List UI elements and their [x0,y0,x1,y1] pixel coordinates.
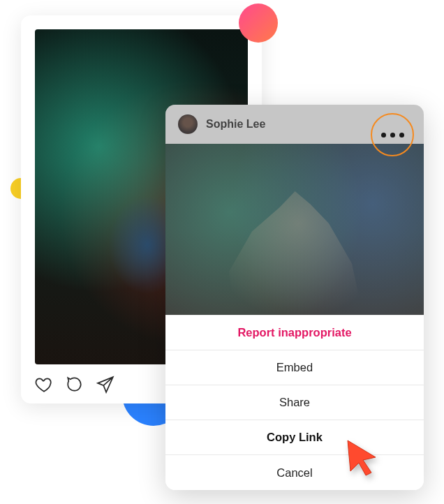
menu-report[interactable]: Report inappropriate [165,316,424,350]
avatar[interactable] [178,114,198,134]
cursor-icon [345,438,380,477]
comment-icon[interactable] [66,376,84,394]
action-sheet: Report inappropriate Embed Share Copy Li… [165,315,424,490]
menu-cancel[interactable]: Cancel [165,455,424,490]
post-header: Sophie Lee [165,105,424,144]
menu-share[interactable]: Share [165,385,424,420]
post-card-front: Sophie Lee Report inappropriate Embed Sh… [165,105,424,490]
menu-copy-link[interactable]: Copy Link [165,420,424,455]
more-icon [390,133,395,138]
more-icon [381,133,386,138]
username-label[interactable]: Sophie Lee [206,118,265,131]
menu-embed[interactable]: Embed [165,350,424,385]
heart-icon[interactable] [35,376,53,394]
post-image[interactable] [165,144,424,315]
more-icon [399,133,404,138]
send-icon[interactable] [96,376,114,394]
decor-circle-pink [239,3,278,43]
more-options-button[interactable] [371,113,414,156]
